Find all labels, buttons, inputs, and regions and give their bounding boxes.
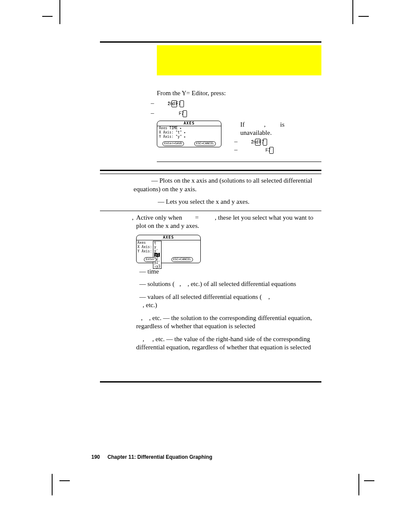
esc-cancel-button: ESC=CANCEL: [171, 257, 193, 262]
axes-custom-desc: — Lets you select the x and y axes.: [134, 198, 321, 206]
page-footer: 190 Chapter 11: Differential Equation Gr…: [91, 454, 212, 460]
axes-dialog-screenshot-1: AXES Axes TIME ▸ X Axis: "t" ▸ Y Axis: "…: [157, 121, 221, 147]
crop-mark: [358, 16, 369, 17]
esc-cancel-button: ESC=CANCEL: [194, 141, 216, 146]
table-row: , Active only when = , these let you sel…: [100, 214, 321, 356]
crop-mark: [59, 0, 60, 24]
key-f7: F7: [269, 147, 274, 154]
row-rule: [100, 211, 321, 211]
heading-highlight: [157, 45, 321, 75]
screenshot-row: AXES Axes TIME ▸ X Axis: "t" ▸ Y Axis: "…: [157, 121, 321, 154]
chapter-title: Chapter 11: Differential Equation Graphi…: [107, 454, 212, 460]
key-f7: F7: [180, 100, 184, 107]
axes-time-desc: — Plots on the x axis and (solutions to …: [134, 177, 321, 193]
opt-ynprime: , , etc. — the value of the right-hand s…: [136, 335, 321, 352]
axes-dialog-screenshot-2: AXES Axes X Axis: Y Axis: t y y': [136, 235, 201, 263]
page-number: 190: [91, 454, 100, 460]
page: From the Y= Editor, press: – : 2nd F7 – …: [0, 0, 411, 532]
dialog-row: Y Axis: "y" ▸: [157, 135, 221, 139]
crop-mark: [358, 474, 359, 495]
side-note: If , is unavailable. – : 2nd F7 – F7: [240, 121, 309, 154]
mid-rule-thick: [100, 170, 321, 171]
crop-mark: [42, 16, 53, 17]
intro-bullet-1: – : 2nd F7: [157, 99, 321, 107]
top-rule: [100, 41, 321, 43]
intro-line: From the Y= Editor, press:: [157, 89, 321, 97]
note-line1b: is: [280, 121, 284, 128]
content-area: From the Y= Editor, press: – : 2nd F7 – …: [100, 41, 321, 356]
key-f7: F7: [263, 139, 267, 146]
intro-bullet-2: – F7: [157, 109, 321, 117]
crop-mark: [352, 0, 353, 24]
dialog-row: Axes TIME ▸: [157, 126, 221, 131]
items-table: — Plots on the x axis and (solutions to …: [100, 177, 321, 356]
dialog-title: AXES: [137, 235, 200, 241]
axis-menu: t y y' y1 y2 y2' ↓y3: [153, 241, 162, 269]
dialog-row: X Axis: "t" ▸: [157, 131, 221, 135]
opt-y: — solutions ( , , etc.) of all selected …: [136, 280, 321, 289]
note-line1a: If: [240, 121, 245, 128]
bottom-rule: [100, 381, 321, 383]
opt-yprime: — values of all selected differential eq…: [136, 293, 321, 310]
enter-save-button: Enter=SAVE: [162, 141, 184, 146]
dialog-title: AXES: [157, 121, 221, 126]
note-line2: unavailable.: [240, 129, 272, 136]
thin-rule: [157, 162, 321, 162]
opt-yn: , , etc. — the solution to the correspon…: [136, 314, 321, 331]
body-text: From the Y= Editor, press: – : 2nd F7 – …: [157, 89, 321, 162]
crop-mark: [364, 480, 374, 481]
table-row: — Plots on the x axis and (solutions to …: [100, 177, 321, 211]
mid-rule-thin: [100, 174, 321, 174]
key-f7: F7: [183, 110, 187, 117]
crop-mark: [52, 474, 53, 495]
enter-button: Enter: [144, 257, 156, 262]
xy-axis-desc: Active only when = , these let you selec…: [136, 214, 321, 230]
dialog-labels: Axes X Axis: Y Axis:: [137, 240, 153, 269]
crop-mark: [59, 480, 70, 481]
